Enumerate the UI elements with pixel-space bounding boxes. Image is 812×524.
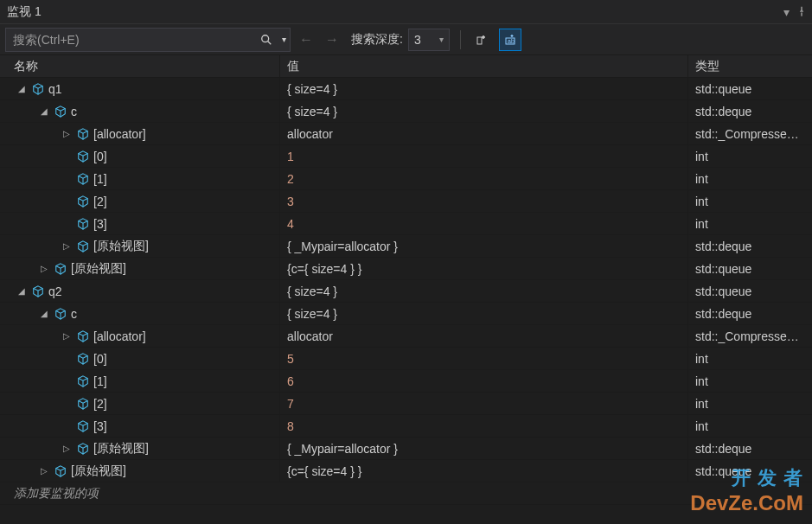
table-row[interactable]: [0]5int	[0, 348, 812, 370]
cell-type: int	[688, 145, 812, 167]
expander-icon[interactable]: ▷	[38, 465, 50, 477]
cell-name: ▷[原始视图]	[0, 235, 280, 257]
cell-value: {c={ size=4 } }	[280, 460, 688, 482]
expander-icon[interactable]: ▷	[61, 443, 73, 455]
var-name: [1]	[93, 172, 107, 186]
table-row[interactable]: ▷[allocator]allocatorstd::_Compresse…	[0, 123, 812, 145]
cell-type: int	[688, 370, 812, 392]
cell-type: std::queue	[688, 78, 812, 99]
var-name: [allocator]	[93, 329, 146, 343]
variable-icon	[76, 240, 90, 253]
svg-text:ab: ab	[508, 38, 515, 44]
var-name: [原始视图]	[93, 239, 149, 254]
cell-type: std::queue	[688, 258, 812, 279]
variable-icon	[54, 262, 67, 276]
cell-name: ◢c	[0, 303, 280, 324]
cell-name: ▷[allocator]	[0, 325, 280, 347]
var-name: [2]	[93, 397, 107, 411]
search-dropdown-icon[interactable]: ▾	[278, 35, 290, 44]
search-icon[interactable]	[254, 29, 278, 51]
table-row[interactable]: ▷[原始视图]{ _Mypair=allocator }std::deque	[0, 438, 812, 460]
add-watch-item[interactable]: 添加要监视的项	[0, 482, 812, 505]
table-row[interactable]: [2]3int	[0, 190, 812, 213]
cell-value: 5	[280, 348, 688, 369]
variable-icon	[54, 464, 67, 478]
separator	[460, 30, 461, 49]
table-row[interactable]: ◢c{ size=4 }std::deque	[0, 303, 812, 325]
var-name: [1]	[93, 374, 107, 388]
depth-value: 3	[414, 33, 421, 47]
header-type[interactable]: 类型	[688, 55, 812, 77]
expander-icon[interactable]: ▷	[38, 263, 50, 275]
header-value[interactable]: 值	[280, 55, 688, 77]
cell-type: std::queue	[688, 460, 812, 482]
expander-icon[interactable]: ◢	[16, 83, 28, 95]
expander-icon	[61, 150, 73, 163]
expander-icon	[61, 375, 73, 387]
expander-icon	[61, 420, 73, 432]
table-row[interactable]: [3]8int	[0, 415, 812, 438]
cell-value: 2	[280, 168, 688, 189]
cell-type: int	[688, 348, 812, 369]
expander-icon[interactable]: ◢	[16, 285, 28, 297]
window-title: 监视 1	[5, 4, 42, 20]
raw-view-button[interactable]: ab	[499, 29, 521, 51]
cell-type: std::queue	[688, 280, 812, 302]
table-row[interactable]: [3]4int	[0, 213, 812, 235]
variable-icon	[31, 284, 45, 298]
variable-icon	[76, 150, 90, 163]
variable-icon	[76, 352, 90, 366]
watch-tree: ◢q1{ size=4 }std::queue◢c{ size=4 }std::…	[0, 78, 812, 505]
expander-icon[interactable]: ▷	[61, 128, 73, 140]
cell-name: [3]	[0, 415, 280, 437]
cell-type: std::deque	[688, 303, 812, 324]
nav-back-button[interactable]: ←	[296, 29, 316, 50]
property-view-button[interactable]	[471, 29, 494, 51]
variable-icon	[76, 217, 90, 231]
cell-name: [0]	[0, 145, 280, 167]
pin-icon[interactable]	[796, 5, 807, 19]
search-input[interactable]	[6, 33, 254, 47]
nav-forward-button[interactable]: →	[322, 29, 342, 50]
cell-type: std::deque	[688, 438, 812, 459]
variable-icon	[76, 397, 90, 411]
cell-type: std::deque	[688, 100, 812, 122]
table-row[interactable]: ▷[原始视图]{c={ size=4 } }std::queue	[0, 460, 812, 482]
table-row[interactable]: ▷[原始视图]{c={ size=4 } }std::queue	[0, 258, 812, 280]
svg-point-0	[262, 35, 269, 42]
window-menu-icon[interactable]: ▾	[783, 5, 790, 19]
cell-type: int	[688, 415, 812, 437]
cell-name: [2]	[0, 190, 280, 212]
var-name: [allocator]	[93, 127, 146, 141]
table-row[interactable]: ◢q1{ size=4 }std::queue	[0, 78, 812, 100]
header-name[interactable]: 名称	[0, 55, 280, 77]
column-headers: 名称 值 类型	[0, 55, 812, 78]
table-row[interactable]: [1]2int	[0, 168, 812, 190]
table-row[interactable]: ◢q2{ size=4 }std::queue	[0, 280, 812, 303]
cell-value: { size=4 }	[280, 303, 688, 324]
cell-name: ▷[原始视图]	[0, 438, 280, 459]
cell-type: int	[688, 190, 812, 212]
expander-icon[interactable]: ◢	[38, 308, 50, 320]
variable-icon	[76, 419, 90, 433]
svg-rect-2	[477, 37, 482, 44]
table-row[interactable]: [2]7int	[0, 393, 812, 415]
table-row[interactable]: [0]1int	[0, 145, 812, 168]
cell-value: { _Mypair=allocator }	[280, 235, 688, 257]
svg-line-1	[268, 41, 272, 44]
titlebar: 监视 1 ▾	[0, 0, 812, 24]
expander-icon[interactable]: ▷	[61, 330, 73, 342]
table-row[interactable]: ▷[原始视图]{ _Mypair=allocator }std::deque	[0, 235, 812, 258]
cell-value: {c={ size=4 } }	[280, 258, 688, 279]
expander-icon	[61, 173, 73, 185]
search-box[interactable]: ▾	[5, 28, 291, 52]
table-row[interactable]: [1]6int	[0, 370, 812, 393]
table-row[interactable]: ▷[allocator]allocatorstd::_Compresse…	[0, 325, 812, 348]
table-row[interactable]: ◢c{ size=4 }std::deque	[0, 100, 812, 123]
cell-type: std::_Compresse…	[688, 325, 812, 347]
chevron-down-icon: ▾	[439, 35, 444, 44]
depth-select[interactable]: 3 ▾	[408, 29, 450, 51]
expander-icon[interactable]: ◢	[38, 105, 50, 118]
var-name: q1	[48, 82, 62, 96]
expander-icon[interactable]: ▷	[61, 240, 73, 252]
